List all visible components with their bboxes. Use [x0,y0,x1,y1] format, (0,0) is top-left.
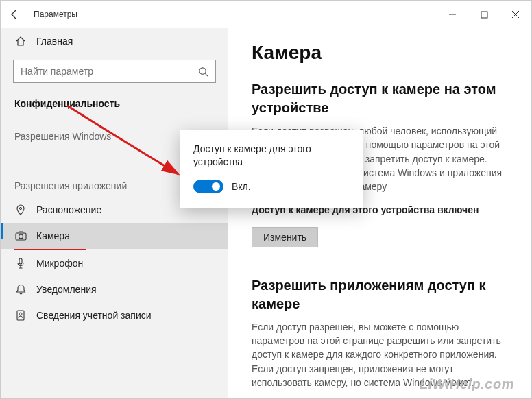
popup-title: Доступ к камере для этого устройства [193,143,350,169]
section1-title: Разрешить доступ к камере на этом устрой… [252,80,504,117]
svg-line-3 [205,73,208,76]
titlebar: Параметры [1,1,531,28]
sidebar-category: Конфиденциальность [1,93,228,119]
svg-rect-1 [481,12,487,18]
location-icon [14,204,27,216]
camera-icon [14,230,27,242]
sidebar-item-label: Микрофон [36,258,83,269]
close-button[interactable] [500,4,531,25]
arrow-left-icon [9,9,20,20]
maximize-button[interactable] [468,4,500,25]
account-icon [14,309,27,322]
sidebar-item-microphone[interactable]: Микрофон [1,250,228,276]
bell-icon [14,283,27,295]
search-icon [198,66,208,77]
sidebar-home[interactable]: Главная [1,28,228,54]
minimize-button[interactable] [437,4,468,25]
microphone-icon [14,257,27,269]
search-input[interactable] [21,66,198,77]
close-icon [511,10,520,19]
watermark: LiWiHelp.com [420,376,514,392]
svg-point-4 [19,207,21,209]
window-title: Параметры [34,10,77,19]
toggle-switch-on[interactable] [193,180,223,193]
content-pane[interactable]: Камера Разрешить доступ к камере на этом… [228,28,531,398]
svg-point-2 [200,67,206,73]
section2-title: Разрешить приложениям доступ к камере [252,276,504,313]
maximize-icon [481,11,488,19]
sidebar-item-label: Камера [36,230,70,241]
svg-point-9 [19,313,22,315]
search-input-wrap[interactable] [13,60,216,83]
page-title: Камера [252,42,504,64]
svg-point-6 [19,234,23,239]
back-button[interactable] [1,1,28,28]
camera-access-popup: Доступ к камере для этого устройства Вкл… [180,130,363,208]
sidebar: Главная Конфиденциальность Разрешения Wi… [1,28,228,398]
sidebar-item-camera[interactable]: Камера [1,223,228,249]
sidebar-home-label: Главная [36,36,73,47]
active-indicator [1,223,3,239]
popup-toggle[interactable]: Вкл. [193,180,350,193]
toggle-label: Вкл. [232,181,251,192]
sidebar-item-account[interactable]: Сведения учетной записи [1,302,228,328]
sidebar-item-label: Уведомления [36,284,97,295]
change-button[interactable]: Изменить [252,227,318,247]
main-area: Главная Конфиденциальность Разрешения Wi… [1,28,531,398]
svg-rect-7 [19,258,22,264]
minimize-icon [448,10,457,19]
sidebar-item-notifications[interactable]: Уведомления [1,276,228,302]
home-icon [14,35,27,47]
sidebar-item-label: Сведения учетной записи [36,310,152,321]
sidebar-item-label: Расположение [36,204,101,215]
